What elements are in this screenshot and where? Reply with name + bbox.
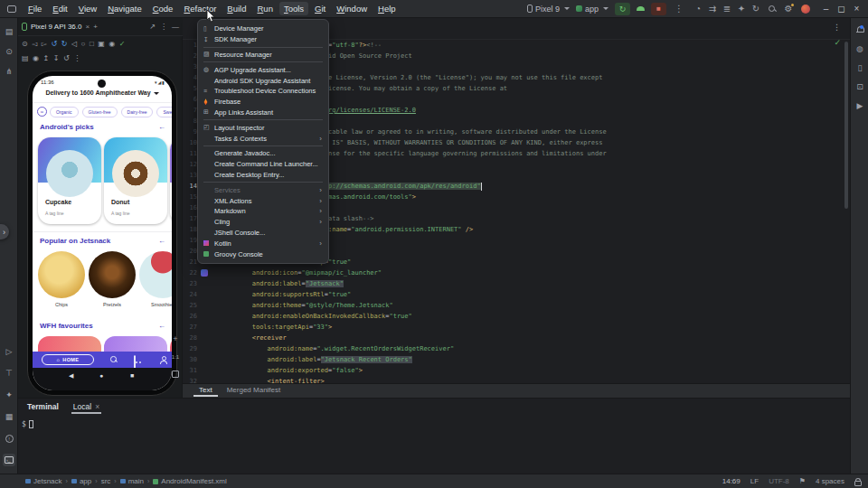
tab-text[interactable]: Text <box>193 384 218 397</box>
more-actions-icon[interactable]: ⋮ <box>673 4 685 14</box>
stop-button[interactable]: ■ <box>651 3 666 15</box>
menu-item-android-sdk-upgrade-assistant[interactable]: Android SDK Upgrade Assistant <box>198 75 328 86</box>
problems-icon[interactable]: ! <box>3 432 15 445</box>
project-icon[interactable]: ▤ <box>3 25 15 38</box>
menu-item-markdown[interactable]: Markdown› <box>198 206 328 217</box>
menu-edit[interactable]: Edit <box>48 2 71 15</box>
more-icon[interactable]: ⋮ <box>160 23 167 31</box>
run-icon[interactable]: ▷ <box>3 345 15 358</box>
menu-build[interactable]: Build <box>222 2 250 15</box>
pull-requests-icon[interactable]: ⋔ <box>3 65 15 78</box>
zoom-level[interactable]: 1:1 <box>172 354 179 360</box>
reset-icon[interactable]: ↺ <box>63 54 70 62</box>
sync-icon[interactable]: ↻ <box>750 4 762 14</box>
close-icon[interactable]: × <box>95 402 99 411</box>
menu-item-device-manager[interactable]: ▯Device Manager <box>198 23 328 34</box>
menu-item-generate-javadoc[interactable]: Generate Javadoc... <box>198 148 328 159</box>
apply-changes-icon[interactable]: ⇉ <box>706 4 719 14</box>
device-explorer-icon[interactable]: ▯ <box>854 61 866 74</box>
snack-card-partial[interactable] <box>170 137 172 224</box>
todo-icon[interactable]: ≣ <box>721 4 733 14</box>
menu-window[interactable]: Window <box>332 2 372 15</box>
menu-tools[interactable]: Tools <box>279 2 308 15</box>
commit-icon[interactable]: ⊙ <box>3 45 15 58</box>
menu-run[interactable]: Run <box>252 2 277 15</box>
file-encoding[interactable]: UTF-8 <box>769 477 789 485</box>
menu-item-agp-upgrade-assistant[interactable]: ◍AGP Upgrade Assistant... <box>198 64 328 75</box>
indent-setting[interactable]: 4 spaces <box>816 477 844 485</box>
menu-item-troubleshoot-device-connections[interactable]: ≡Troubleshoot Device Connections <box>198 86 328 97</box>
arrow-left-icon[interactable]: ← <box>158 322 165 330</box>
menu-item-cling[interactable]: Cling› <box>198 217 328 228</box>
food-smoothies[interactable] <box>139 251 172 298</box>
chip-gluten-free[interactable]: Gluten-free <box>82 107 118 117</box>
chip-organic[interactable]: Organic <box>50 107 79 117</box>
zoom-in-button[interactable]: + <box>173 334 177 343</box>
arrow-left-icon[interactable]: ← <box>158 237 165 245</box>
expand-panel-bubble[interactable]: › <box>0 224 9 239</box>
menu-code[interactable]: Code <box>148 2 178 15</box>
menu-file[interactable]: File <box>24 2 46 15</box>
rotate-left-icon[interactable]: ↺ <box>52 40 58 48</box>
terminal-tab-local[interactable]: Local× <box>71 400 101 414</box>
breadcrumb-main[interactable]: main <box>120 477 144 485</box>
gemini-icon[interactable]: ✦ <box>3 389 15 401</box>
health-check-icon[interactable]: ✓ <box>119 40 126 48</box>
debug-icon[interactable] <box>637 6 645 11</box>
logcat-icon[interactable]: ▦ <box>3 410 15 423</box>
menu-navigate[interactable]: Navigate <box>103 2 146 15</box>
menu-help[interactable]: Help <box>373 2 401 15</box>
write-access-icon[interactable] <box>854 478 861 484</box>
menu-item-layout-inspector[interactable]: ◰Layout Inspector <box>198 122 328 133</box>
arrow-left-icon[interactable]: ← <box>158 123 165 131</box>
terminal-body[interactable]: $ <box>18 415 850 428</box>
app-quality-insights-icon[interactable]: ⊡ <box>854 80 866 93</box>
more-icon[interactable]: ⋮ <box>73 54 80 62</box>
add-tab-button[interactable]: + <box>93 23 98 31</box>
tab-merged-manifest[interactable]: Merged Manifest <box>222 384 287 395</box>
menu-item-xml-actions[interactable]: XML Actions› <box>198 195 328 206</box>
menu-item-app-links-assistant[interactable]: ⊞App Links Assistant <box>198 108 328 118</box>
line-ending[interactable]: LF <box>750 477 759 485</box>
food-pretzels[interactable] <box>89 251 136 298</box>
snack-card-donut[interactable]: DonutA tag line <box>104 137 167 224</box>
menu-item-create-desktop-entry[interactable]: Create Desktop Entry... <box>198 170 328 181</box>
search-icon[interactable] <box>769 5 776 13</box>
device-selector[interactable]: Pixel 9 <box>527 5 570 14</box>
settings-gear-icon[interactable]: ⚙ <box>782 4 795 14</box>
run-config-selector[interactable]: app <box>576 5 609 14</box>
nav-home-icon[interactable]: ○ <box>81 40 86 48</box>
rerun-button[interactable]: ↻ <box>615 3 630 15</box>
editor-scrollbar[interactable] <box>844 42 848 209</box>
nav-home-button[interactable]: ⌂HOME <box>42 354 94 365</box>
chip-dairy-free[interactable]: Dairy-free <box>121 107 154 117</box>
android-recents-button[interactable]: ■ <box>130 372 134 379</box>
profiler-icon[interactable]: ◔ <box>692 4 704 14</box>
menu-item-sdk-manager[interactable]: ↧SDK Manager <box>198 34 328 45</box>
maximize-button[interactable]: ◻ <box>835 4 847 14</box>
volume-up-icon[interactable]: ◅ <box>32 40 37 48</box>
upload-icon[interactable]: ↥ <box>43 54 50 62</box>
menu-item-kotlin[interactable]: Kotlin› <box>198 238 328 249</box>
volume-down-icon[interactable]: ▻ <box>42 40 47 48</box>
android-home-button[interactable]: ● <box>99 372 103 379</box>
screenshot-icon[interactable]: ▣ <box>98 40 105 48</box>
breadcrumb-app[interactable]: app <box>71 477 91 485</box>
food-chips[interactable] <box>38 251 85 298</box>
gemini-icon[interactable]: ✦ <box>735 4 748 14</box>
chip-sweet[interactable]: Sweet <box>156 107 172 117</box>
filter-icon[interactable]: ≈ <box>37 107 47 117</box>
open-in-window-icon[interactable]: ↗ <box>149 23 156 31</box>
snack-card-cupcake[interactable]: CupcakeA tag line <box>38 137 101 224</box>
snapshot-icon[interactable]: ▤ <box>22 54 29 62</box>
menu-item-firebase[interactable]: Firebase <box>198 97 328 108</box>
nav-back-icon[interactable]: ◁ <box>71 40 77 48</box>
device-tab-label[interactable]: Pixel 9 API 36.0 <box>31 23 81 31</box>
column-select-icon[interactable]: ⚑ <box>799 477 806 485</box>
menu-view[interactable]: View <box>74 2 101 15</box>
running-devices-icon[interactable]: ▶ <box>854 99 866 112</box>
close-button[interactable]: × <box>851 4 863 14</box>
editor-more-icon[interactable]: ⋮ <box>833 23 841 32</box>
gradle-icon[interactable]: ◍ <box>854 42 866 55</box>
zoom-fit-button[interactable] <box>172 371 179 378</box>
